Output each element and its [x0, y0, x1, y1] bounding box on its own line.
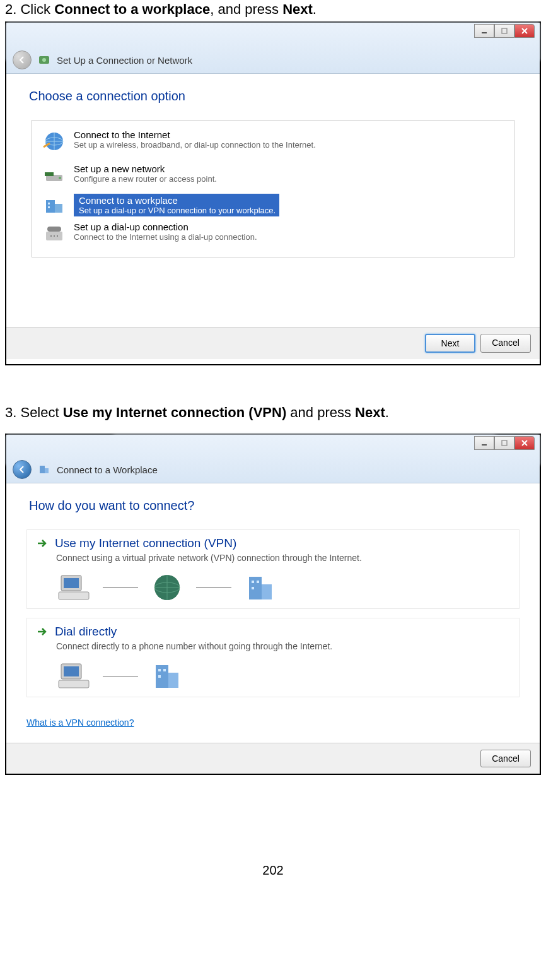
option-title: Set up a dial-up connection	[74, 221, 257, 232]
maximize-button[interactable]	[494, 436, 514, 450]
titlebar: Set Up a Connection or Network	[6, 23, 540, 74]
dialog-heading: How do you want to connect?	[24, 499, 522, 513]
svg-rect-11	[48, 203, 50, 204]
help-link[interactable]: What is a VPN connection?	[26, 717, 522, 728]
svg-rect-9	[46, 200, 55, 213]
window-controls	[474, 24, 535, 38]
option-list: Connect to the Internet Set up a wireles…	[32, 120, 514, 257]
close-icon	[521, 27, 528, 35]
minimize-icon	[481, 28, 487, 34]
option-dialup[interactable]: Set up a dial-up connection Connect to t…	[37, 218, 509, 249]
bold-text: Connect to a workplace	[54, 1, 210, 17]
svg-rect-35	[59, 680, 89, 688]
text: .	[385, 404, 389, 420]
option-internet[interactable]: Connect to the Internet Set up a wireles…	[37, 126, 509, 157]
choice-dial[interactable]: Dial directly Connect directly to a phon…	[26, 618, 520, 697]
maximize-icon	[501, 440, 508, 446]
back-button[interactable]	[13, 50, 32, 69]
screenshot-1: Set Up a Connection or Network Choose a …	[5, 21, 541, 365]
connection-line	[196, 587, 231, 588]
dialog-heading: Choose a connection option	[24, 89, 522, 103]
minimize-icon	[481, 440, 487, 446]
svg-rect-30	[252, 581, 254, 583]
option-title: Set up a new network	[74, 163, 217, 174]
connection-line	[103, 587, 138, 588]
phone-icon	[42, 221, 66, 245]
close-icon	[521, 439, 528, 447]
bold-text: Use my Internet connection (VPN)	[63, 404, 287, 420]
close-button[interactable]	[514, 24, 535, 38]
svg-point-15	[50, 235, 52, 237]
svg-rect-21	[45, 468, 49, 473]
svg-rect-1	[502, 28, 507, 33]
svg-rect-32	[252, 587, 254, 589]
workplace-icon	[42, 194, 66, 218]
text: .	[313, 1, 317, 17]
text: , and press	[210, 1, 282, 17]
window-title: Connect to a Workplace	[57, 464, 158, 475]
option-workplace[interactable]: Connect to a workplace Set up a dial-up …	[74, 194, 279, 216]
cancel-button[interactable]: Cancel	[480, 334, 531, 353]
router-icon	[42, 163, 66, 187]
svg-point-8	[59, 177, 61, 179]
choice-list: Use my Internet connection (VPN) Connect…	[26, 529, 520, 706]
dial-diagram	[56, 661, 510, 690]
svg-rect-36	[156, 665, 168, 688]
svg-rect-10	[55, 204, 62, 213]
building-icon	[149, 661, 185, 690]
choice-subtitle: Connect using a virtual private network …	[56, 553, 510, 563]
close-button[interactable]	[514, 436, 535, 450]
svg-rect-40	[158, 675, 161, 678]
choice-title: Use my Internet connection (VPN)	[55, 536, 236, 550]
globe-icon	[149, 573, 185, 602]
option-subtitle: Configure a new router or access point.	[74, 174, 217, 184]
svg-rect-24	[59, 592, 89, 599]
page-number: 202	[0, 863, 546, 884]
network-icon	[38, 54, 50, 66]
next-button[interactable]: Next	[425, 334, 475, 353]
option-subtitle: Set up a dial-up or VPN connection to yo…	[79, 206, 276, 215]
option-new-network[interactable]: Set up a new network Configure a new rou…	[37, 160, 509, 191]
maximize-button[interactable]	[494, 24, 514, 38]
back-arrow-icon	[17, 464, 27, 475]
bold-text: Next	[355, 404, 385, 420]
building-icon	[243, 573, 278, 602]
computer-icon	[56, 661, 91, 690]
step3-instruction: 3. Select Use my Internet connection (VP…	[0, 403, 546, 425]
svg-point-3	[42, 58, 46, 62]
svg-point-16	[54, 235, 55, 237]
screenshot-2: Connect to a Workplace How do you want t…	[5, 434, 541, 775]
svg-rect-28	[249, 577, 262, 599]
text: 3. Select	[5, 404, 63, 420]
choice-subtitle: Connect directly to a phone number witho…	[56, 641, 510, 651]
workplace-icon	[38, 463, 50, 476]
svg-rect-14	[47, 227, 61, 232]
option-title: Connect to the Internet	[74, 129, 316, 140]
maximize-icon	[501, 28, 508, 34]
globe-icon	[42, 129, 66, 153]
svg-rect-38	[158, 669, 161, 671]
dialog-footer: Cancel	[6, 743, 540, 774]
minimize-button[interactable]	[474, 24, 494, 38]
svg-rect-19	[502, 440, 507, 446]
titlebar: Connect to a Workplace	[6, 435, 540, 483]
content-area: Choose a connection option Connect to th…	[6, 74, 540, 364]
svg-rect-29	[262, 584, 272, 599]
back-button[interactable]	[13, 460, 32, 479]
step2-instruction: 2. Click Connect to a workplace, and pre…	[0, 0, 546, 21]
cancel-button[interactable]: Cancel	[480, 750, 531, 767]
text: 2. Click	[5, 1, 54, 17]
svg-rect-23	[64, 578, 79, 588]
minimize-button[interactable]	[474, 436, 494, 450]
computer-icon	[56, 573, 91, 602]
vpn-diagram	[56, 573, 510, 602]
option-title: Connect to a workplace	[79, 195, 276, 206]
svg-rect-34	[64, 666, 79, 676]
option-subtitle: Connect to the Internet using a dial-up …	[74, 232, 257, 242]
bold-text: Next	[282, 1, 313, 17]
choice-vpn[interactable]: Use my Internet connection (VPN) Connect…	[26, 529, 520, 609]
svg-rect-31	[257, 581, 259, 583]
svg-point-27	[154, 575, 180, 600]
svg-rect-20	[40, 466, 45, 473]
option-subtitle: Set up a wireless, broadband, or dial-up…	[74, 140, 316, 150]
